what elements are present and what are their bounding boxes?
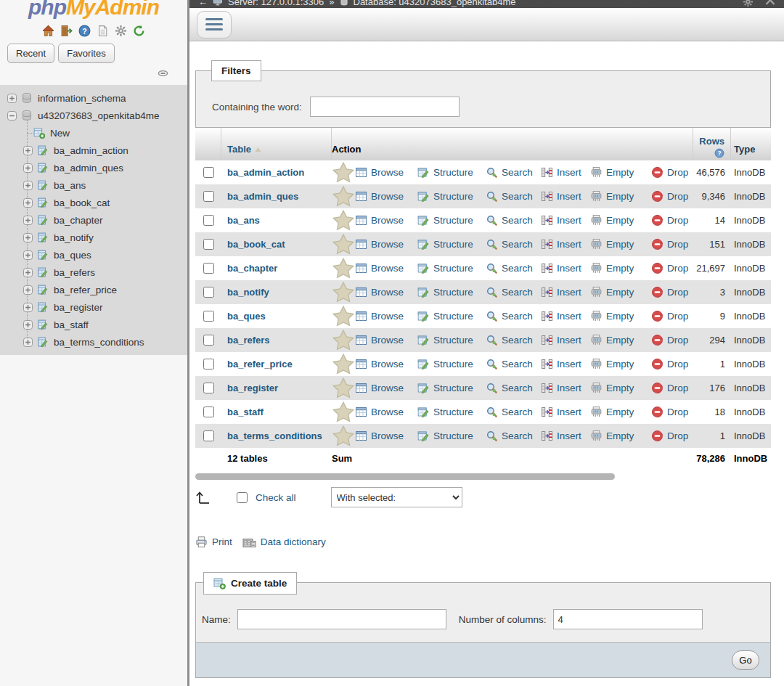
- row-checkbox[interactable]: [203, 407, 214, 417]
- action-insert-link[interactable]: Insert: [541, 262, 590, 274]
- tree-expander-minus-icon[interactable]: [7, 111, 17, 121]
- go-button[interactable]: Go: [732, 650, 759, 670]
- action-drop-link[interactable]: Drop: [651, 334, 693, 346]
- action-structure-link[interactable]: Structure: [417, 358, 486, 370]
- check-all-label[interactable]: Check all: [256, 492, 296, 503]
- action-browse-link[interactable]: Browse: [355, 190, 417, 203]
- tree-item-ba_refers[interactable]: ba_refers: [0, 264, 187, 281]
- action-empty-link[interactable]: Empty: [590, 238, 651, 250]
- favorite-star-icon[interactable]: [332, 425, 355, 448]
- header-table-sort-link[interactable]: Table: [221, 128, 332, 160]
- tree-expander-plus-icon[interactable]: [23, 146, 33, 155]
- action-insert-link[interactable]: Insert: [541, 310, 590, 322]
- page-settings-gear-icon[interactable]: [743, 0, 754, 7]
- tree-expander-plus-icon[interactable]: [23, 250, 33, 260]
- action-search-link[interactable]: Search: [486, 430, 541, 442]
- header-rows-sort-link[interactable]: Rows ?: [693, 128, 731, 160]
- tree-expander-plus-icon[interactable]: [23, 233, 33, 242]
- action-structure-link[interactable]: Structure: [417, 286, 486, 298]
- action-insert-link[interactable]: Insert: [541, 166, 590, 179]
- action-drop-link[interactable]: Drop: [651, 166, 693, 179]
- table-name-link[interactable]: ba_ans: [221, 215, 332, 226]
- action-browse-link[interactable]: Browse: [355, 406, 417, 418]
- row-checkbox[interactable]: [203, 263, 214, 274]
- breadcrumb-database[interactable]: Database: u432073683_openkitab4me: [354, 0, 516, 7]
- action-structure-link[interactable]: Structure: [417, 262, 486, 274]
- action-search-link[interactable]: Search: [486, 262, 541, 274]
- tab-recent[interactable]: Recent: [7, 44, 54, 63]
- action-search-link[interactable]: Search: [486, 190, 541, 203]
- action-drop-link[interactable]: Drop: [651, 382, 693, 394]
- action-drop-link[interactable]: Drop: [651, 190, 693, 203]
- tree-expander-plus-icon[interactable]: [23, 198, 33, 208]
- table-name-link[interactable]: ba_staff: [221, 407, 332, 417]
- breadcrumb-server[interactable]: Server: 127.0.0.1:3306: [228, 0, 324, 7]
- documentation-icon[interactable]: [97, 25, 109, 37]
- action-empty-link[interactable]: Empty: [590, 190, 651, 203]
- table-name-link[interactable]: ba_terms_conditions: [221, 430, 332, 441]
- with-selected-dropdown[interactable]: With selected:: [331, 487, 462, 507]
- tree-item-ba_book_cat[interactable]: ba_book_cat: [0, 194, 187, 211]
- favorite-star-icon[interactable]: [332, 305, 355, 328]
- action-empty-link[interactable]: Empty: [590, 358, 651, 370]
- action-empty-link[interactable]: Empty: [590, 382, 651, 394]
- action-drop-link[interactable]: Drop: [651, 430, 693, 442]
- tree-item-ba_admin_action[interactable]: ba_admin_action: [0, 142, 187, 159]
- table-name-link[interactable]: ba_chapter: [221, 263, 332, 274]
- row-checkbox[interactable]: [203, 359, 214, 369]
- favorite-star-icon[interactable]: [332, 233, 355, 256]
- containing-word-input[interactable]: [310, 97, 460, 117]
- tree-expander-plus-icon[interactable]: [23, 163, 33, 173]
- action-empty-link[interactable]: Empty: [590, 430, 651, 442]
- action-insert-link[interactable]: Insert: [541, 382, 590, 394]
- tree-expander-plus-icon[interactable]: [7, 94, 17, 103]
- hamburger-menu-button[interactable]: [197, 11, 232, 38]
- action-browse-link[interactable]: Browse: [355, 430, 417, 442]
- favorite-star-icon[interactable]: [332, 185, 355, 208]
- action-structure-link[interactable]: Structure: [417, 238, 486, 250]
- help-icon[interactable]: ?: [78, 25, 91, 37]
- action-empty-link[interactable]: Empty: [590, 310, 651, 322]
- action-drop-link[interactable]: Drop: [651, 406, 693, 418]
- logout-icon[interactable]: [60, 25, 73, 37]
- favorite-star-icon[interactable]: [332, 329, 355, 352]
- action-insert-link[interactable]: Insert: [541, 190, 590, 203]
- table-name-input[interactable]: [237, 609, 446, 629]
- action-search-link[interactable]: Search: [486, 214, 541, 226]
- action-drop-link[interactable]: Drop: [651, 214, 693, 226]
- action-search-link[interactable]: Search: [486, 286, 541, 298]
- action-structure-link[interactable]: Structure: [417, 382, 486, 394]
- action-empty-link[interactable]: Empty: [590, 286, 651, 298]
- action-insert-link[interactable]: Insert: [541, 358, 590, 370]
- tree-expander-plus-icon[interactable]: [23, 181, 33, 190]
- favorite-star-icon[interactable]: [332, 353, 355, 376]
- home-icon[interactable]: [42, 25, 54, 37]
- action-browse-link[interactable]: Browse: [355, 166, 417, 179]
- action-drop-link[interactable]: Drop: [651, 238, 693, 250]
- action-browse-link[interactable]: Browse: [355, 334, 417, 346]
- favorite-star-icon[interactable]: [332, 401, 355, 424]
- tree-item-new[interactable]: New: [0, 124, 187, 142]
- collapse-chevron-up-icon[interactable]: [765, 0, 775, 5]
- link-icon[interactable]: [158, 69, 168, 78]
- favorite-star-icon[interactable]: [332, 161, 355, 184]
- table-name-link[interactable]: ba_refers: [221, 335, 332, 346]
- table-name-link[interactable]: ba_register: [221, 383, 332, 393]
- action-browse-link[interactable]: Browse: [355, 238, 417, 250]
- action-browse-link[interactable]: Browse: [355, 214, 417, 226]
- row-checkbox[interactable]: [203, 215, 214, 226]
- settings-icon[interactable]: [115, 25, 127, 37]
- action-drop-link[interactable]: Drop: [651, 358, 693, 370]
- action-browse-link[interactable]: Browse: [355, 310, 417, 322]
- row-checkbox[interactable]: [203, 191, 214, 202]
- tree-item-ba_notify[interactable]: ba_notify: [0, 229, 187, 246]
- table-name-link[interactable]: ba_refer_price: [221, 359, 332, 369]
- table-name-link[interactable]: ba_ques: [221, 311, 332, 322]
- rows-help-icon[interactable]: ?: [714, 148, 724, 158]
- row-checkbox[interactable]: [203, 311, 214, 322]
- data-dictionary-link[interactable]: Data dictionary: [242, 536, 326, 548]
- tree-expander-plus-icon[interactable]: [23, 320, 33, 330]
- action-drop-link[interactable]: Drop: [651, 286, 693, 298]
- tree-expander-plus-icon[interactable]: [23, 303, 33, 312]
- action-search-link[interactable]: Search: [486, 166, 541, 179]
